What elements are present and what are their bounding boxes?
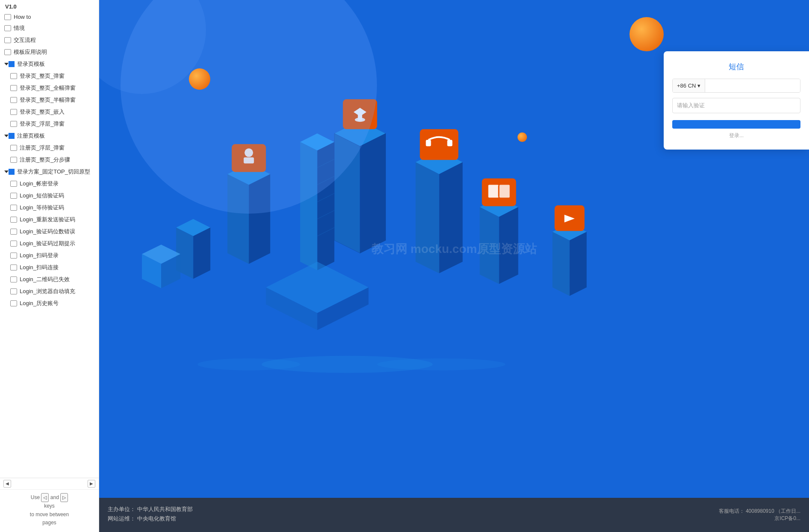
sidebar-item-login-erweima-shixiao[interactable]: Login_二维码已失效 <box>0 273 99 285</box>
orange-sphere-top-right <box>630 17 664 51</box>
sidebar-item-login-duanxin[interactable]: Login_短信验证码 <box>0 190 99 202</box>
and-label: and <box>50 494 60 500</box>
sidebar-item-zhuce-zhengye[interactable]: 注册页_整页_分步骤 <box>0 154 99 166</box>
folder-icon <box>9 61 15 67</box>
svg-point-50 <box>377 359 505 370</box>
sidebar-group-zhuce-muban[interactable]: 注册页模板 <box>0 130 99 142</box>
sidebar-item-login-liulanqi-tianchong[interactable]: Login_浏览器自动填充 <box>0 285 99 297</box>
page-icon <box>10 253 17 259</box>
orange-sphere-mid-left <box>189 68 210 90</box>
sidebar-item-how-to[interactable]: How to <box>0 12 99 22</box>
sidebar-item-jiaohuliu[interactable]: 交互流程 <box>0 34 99 46</box>
sidebar-item-denglu-zhengye-banfu[interactable]: 登录页_整页_半幅弹窗 <box>0 94 99 106</box>
sidebar-item-label: 注册页_整页_分步骤 <box>20 156 70 164</box>
sidebar-item-label: Login_验证码过期提示 <box>20 240 75 247</box>
page-icon <box>10 85 17 91</box>
scroll-arrows-bar: ◀ ▶ <box>0 478 99 489</box>
sidebar-item-login-chongxin[interactable]: Login_重新发送验证码 <box>0 214 99 226</box>
page-icon <box>10 205 17 211</box>
page-icon <box>10 73 17 79</box>
sidebar-item-label: 登录页_浮层_弹窗 <box>20 120 65 128</box>
phone-country-selector[interactable]: +86 CN ▾ <box>673 79 705 92</box>
page-icon <box>10 109 17 115</box>
scroll-left-button[interactable]: ◀ <box>3 480 11 488</box>
sidebar-item-label: Login_重新发送验证码 <box>20 216 75 223</box>
login-button[interactable] <box>672 120 800 129</box>
page-icon <box>4 14 11 20</box>
phone-row: +86 CN ▾ <box>672 79 800 93</box>
sidebar: V1.0 How to 情境 交互流程 模板应用说明 登录页模板 <box>0 0 99 532</box>
page-icon <box>4 25 11 31</box>
sidebar-item-denglu-zhengye-quanfu[interactable]: 登录页_整页_全幅弹窗 <box>0 82 99 94</box>
sidebar-item-label: Login_历史账号 <box>20 300 59 307</box>
scroll-right-button[interactable]: ▶ <box>88 480 95 488</box>
page-icon <box>10 265 17 270</box>
verify-input-row: 请输入验证 <box>672 98 800 113</box>
left-key: ◁ <box>41 493 49 503</box>
footer-left: 主办单位： 中华人民共和国教育部 网站运维： 中央电化教育馆 <box>108 506 193 524</box>
page-icon <box>10 276 17 282</box>
sidebar-item-qingjing[interactable]: 情境 <box>0 22 99 34</box>
sidebar-item-login-yanzhengma-cuowu[interactable]: Login_验证码位数错误 <box>0 226 99 238</box>
sidebar-item-label: Login_帐密登录 <box>20 180 59 188</box>
sidebar-item-zhuce-fuceng[interactable]: 注册页_浮层_弹窗 <box>0 142 99 154</box>
footer-maintain: 网站运维： 中央电化教育馆 <box>108 515 193 523</box>
version-label: V1.0 <box>0 0 99 12</box>
sidebar-item-login-dengdai[interactable]: Login_等待验证码 <box>0 202 99 214</box>
sidebar-item-login-mimadenglu[interactable]: Login_帐密登录 <box>0 178 99 190</box>
page-icon <box>10 241 17 247</box>
page-icon <box>10 181 17 187</box>
sidebar-group-label: 登录页模板 <box>17 60 45 68</box>
sidebar-item-login-saoma[interactable]: Login_扫码登录 <box>0 250 99 262</box>
sidebar-group-denglu-muban[interactable]: 登录页模板 <box>0 58 99 70</box>
footer-maintain-label: 网站运维： <box>108 515 135 522</box>
to-move-label: to move between <box>30 511 69 517</box>
footer-service-phone: 客服电话： 4008980910 （工作日... <box>719 508 800 515</box>
orange-sphere-mid-right <box>518 132 527 142</box>
sidebar-item-label: 注册页_浮层_弹窗 <box>20 144 65 152</box>
sidebar-footer: Use ◁ and ▷ keys to move between pages <box>0 489 99 532</box>
sidebar-item-login-saoma-lianjie[interactable]: Login_扫码连接 <box>0 262 99 273</box>
footer-host-label: 主办单位： <box>108 506 135 512</box>
sidebar-item-label: Login_浏览器自动填充 <box>20 288 75 295</box>
sidebar-item-label: Login_扫码登录 <box>20 252 59 259</box>
page-icon <box>10 121 17 127</box>
login-panel: 短信 +86 CN ▾ 请输入验证 登录... <box>664 51 809 150</box>
page-icon <box>10 157 17 163</box>
login-note: 登录... <box>672 132 800 139</box>
sidebar-scroll[interactable]: How to 情境 交互流程 模板应用说明 登录页模板 登录页_整页_弹窗 <box>0 12 99 478</box>
footer-host-value: 中华人民共和国教育部 <box>137 506 193 512</box>
sidebar-group-denglu-top[interactable]: 登录方案_固定TOP_切回原型 <box>0 166 99 178</box>
footer-service-label: 客服电话： <box>719 508 744 514</box>
page-icon <box>10 300 17 306</box>
sidebar-item-login-yanzhengma-guoqi[interactable]: Login_验证码过期提示 <box>0 238 99 250</box>
sidebar-item-label: 登录页_整页_嵌入 <box>20 108 65 116</box>
page-icon <box>10 229 17 235</box>
folder-icon <box>9 133 15 139</box>
sidebar-item-login-lishi-zhanghao[interactable]: Login_历史账号 <box>0 297 99 309</box>
sidebar-item-label: Login_验证码位数错误 <box>20 228 75 235</box>
hero-area: 教习网 mocku.com原型资源站 短信 +86 CN ▾ 请输入验证 登录.… <box>99 0 809 498</box>
keys-label: keys <box>44 503 55 509</box>
folder-icon <box>9 169 15 175</box>
phone-input[interactable] <box>705 79 800 92</box>
footer-service-value: 4008980910 <box>746 508 774 514</box>
verify-code-input[interactable]: 请输入验证 <box>673 98 800 113</box>
sidebar-item-denglu-zhengye-chuangkou[interactable]: 登录页_整页_弹窗 <box>0 70 99 82</box>
svg-marker-34 <box>553 232 570 296</box>
sidebar-item-denglu-zhengye-qianru[interactable]: 登录页_整页_嵌入 <box>0 106 99 118</box>
sidebar-item-label: Login_短信验证码 <box>20 192 64 200</box>
login-panel-title: 短信 <box>672 62 800 72</box>
svg-marker-26 <box>499 207 518 284</box>
sidebar-item-denglu-fuceng-chuangkou[interactable]: 登录页_浮层_弹窗 <box>0 118 99 130</box>
page-icon <box>10 193 17 199</box>
sidebar-item-muban-shuoming[interactable]: 模板应用说明 <box>0 46 99 58</box>
page-icon <box>4 49 11 55</box>
page-icon <box>4 37 11 43</box>
triangle-down-icon <box>4 170 9 173</box>
triangle-down-icon <box>4 135 9 137</box>
footer-host: 主办单位： 中华人民共和国教育部 <box>108 506 193 513</box>
footer-bar: 主办单位： 中华人民共和国教育部 网站运维： 中央电化教育馆 客服电话： 400… <box>99 498 809 532</box>
sidebar-item-label: Login_等待验证码 <box>20 204 64 212</box>
svg-point-49 <box>197 359 300 370</box>
